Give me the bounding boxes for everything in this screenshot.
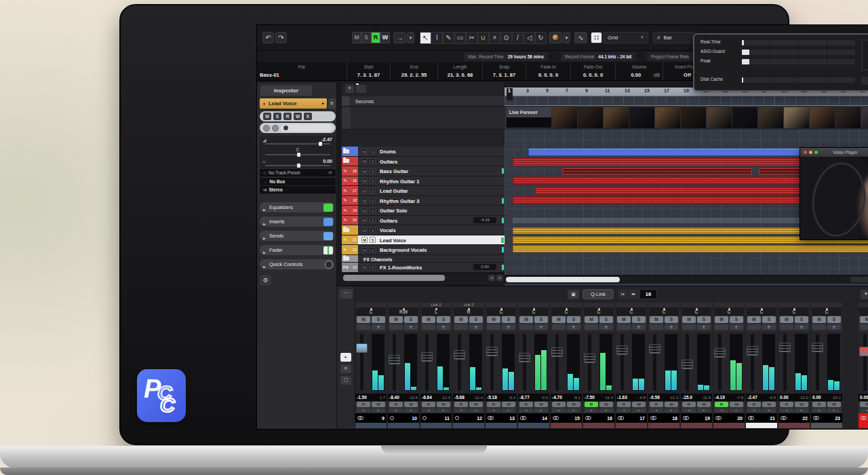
maximize-icon[interactable] (814, 151, 818, 154)
scrollbar-thumb[interactable] (506, 277, 620, 282)
mixer-channel-23[interactable]: CMSe0.00-15.1RW◂▸23 (811, 303, 842, 428)
mute-button[interactable]: M (454, 316, 468, 323)
mute-button[interactable]: M (585, 316, 598, 323)
scroll-right-icon[interactable]: ▸ (496, 275, 503, 281)
pan-control[interactable]: C (486, 307, 516, 316)
fader-handle[interactable] (859, 347, 868, 356)
inspector-settings-gear-icon[interactable]: ⚙ (260, 276, 271, 285)
read-automation-button[interactable]: R (650, 402, 663, 407)
listen-button[interactable] (585, 324, 598, 330)
glue-tool-icon[interactable]: ∪ (477, 32, 489, 44)
pan-control[interactable]: C (779, 307, 809, 316)
nudge-right-icon[interactable]: ▸ (697, 408, 711, 413)
solo-button[interactable]: S (762, 316, 776, 323)
track-row-rhythm-guitar-1[interactable]: ∿16MSRhythm Guitar 1 (342, 176, 505, 187)
mute-button[interactable]: M (715, 316, 728, 323)
mute-button[interactable]: M (361, 178, 368, 184)
write-automation-button[interactable]: W (469, 402, 483, 407)
solo-button[interactable]: S (370, 178, 376, 184)
write-automation-button[interactable]: W (567, 402, 580, 407)
solo-button[interactable]: S (370, 217, 376, 223)
nudge-right-icon[interactable]: ▸ (567, 408, 580, 413)
color-tool-icon[interactable] (549, 32, 562, 43)
read-automation-button[interactable]: R (519, 402, 533, 407)
input-bus-row[interactable]: →No Bus (260, 178, 336, 186)
autoscroll-icon[interactable]: → (393, 32, 406, 43)
nudge-left-icon[interactable]: ◂ (860, 408, 868, 413)
solo-button[interactable]: S (370, 149, 376, 155)
solo-button[interactable]: S (795, 316, 808, 323)
write-automation-button[interactable]: W (599, 402, 613, 407)
nudge-right-icon[interactable]: ▸ (599, 408, 613, 413)
mixer-channel-17[interactable]: CMSe-1.63-6.8RW◂▸17 (616, 303, 647, 428)
nudge-right-icon[interactable]: ▸ (762, 408, 776, 413)
zoom-tool-icon[interactable]: ⊙ (500, 32, 512, 44)
fader-handle[interactable] (649, 344, 660, 354)
fader-handle[interactable] (389, 355, 400, 364)
mute-button[interactable]: M (617, 316, 631, 323)
minimize-icon[interactable] (809, 151, 812, 154)
write-automation-button[interactable]: W (502, 402, 515, 407)
pan-control[interactable]: C (356, 307, 386, 316)
track-x-button[interactable]: X (304, 113, 312, 120)
mixer-channel-12[interactable]: Link 2RMSe-5.68-11.4RW◂▸12 (453, 303, 484, 428)
pan-control[interactable]: C (519, 307, 549, 316)
zoom-slider[interactable] (850, 277, 868, 282)
solo-button[interactable]: S (730, 316, 743, 323)
draw-tool-icon[interactable]: ✎ (443, 32, 454, 44)
nudge-left-icon[interactable]: ◂ (454, 408, 468, 413)
redo-icon[interactable]: ↷ (275, 32, 287, 43)
monitor-view-icon[interactable]: ▢ (340, 376, 351, 385)
object-selection-tool-icon[interactable]: ↖ (420, 32, 431, 44)
nudge-left-icon[interactable]: ◂ (650, 408, 663, 413)
pan-control[interactable]: R39 (389, 307, 418, 316)
read-automation-button[interactable]: R (585, 402, 598, 407)
fader-handle[interactable] (779, 343, 791, 352)
delay-handle[interactable] (297, 164, 300, 168)
listen-button[interactable] (487, 324, 500, 330)
track-row-background-vocals[interactable]: ∿22MSBackground Vocals (342, 245, 505, 255)
mixer-channel-19[interactable]: CMSe-15.0-11.8RW◂▸19 (681, 303, 712, 428)
inspector-section-quick-controls[interactable]: ▶Quick Controls (260, 259, 334, 269)
mixer-channel-9[interactable]: CMSe-1.501.7RW◂▸9 (355, 303, 387, 428)
mixer-channel-11[interactable]: Link 2LMSe-6.64-12.3RW◂▸11 (420, 303, 452, 428)
read-automation-button[interactable]: R (357, 402, 370, 407)
pan-control[interactable]: R (454, 307, 484, 316)
volume-handle[interactable] (319, 142, 322, 146)
solo-button[interactable]: S (370, 247, 376, 253)
yellow-audio-clip[interactable] (513, 245, 868, 252)
write-automation-button[interactable]: W (404, 402, 418, 407)
folder-visibility-button[interactable] (356, 85, 366, 93)
track-r-button[interactable]: R (283, 113, 292, 120)
solo-button[interactable]: S (827, 316, 841, 323)
solo-button[interactable]: S (370, 197, 376, 204)
fader-handle[interactable] (812, 343, 823, 352)
listen-button[interactable] (780, 324, 793, 330)
info-field-file[interactable]: FileBass-01 (257, 62, 347, 80)
mute-button[interactable]: M (552, 316, 566, 323)
pan-control[interactable]: C (649, 307, 679, 316)
global-s-button[interactable]: S (361, 32, 371, 43)
nudge-right-icon[interactable]: ▸ (502, 408, 515, 413)
nudge-left-icon[interactable]: ◂ (357, 408, 370, 413)
fader-handle[interactable] (747, 346, 758, 356)
read-automation-button[interactable]: R (747, 402, 761, 407)
read-automation-button[interactable]: R (682, 402, 696, 407)
read-automation-button[interactable]: R (715, 402, 728, 407)
add-track-button[interactable]: + (345, 85, 354, 93)
mute-button[interactable]: M (650, 316, 663, 323)
inspector-section-sends[interactable]: ▶Sends (260, 231, 334, 241)
mixer-channel-16[interactable]: CMSe-7.50-11.4RW◂▸16 (583, 303, 614, 428)
video-player-titlebar[interactable]: Video Player (800, 148, 868, 157)
edit-channel-button[interactable]: e (632, 324, 646, 330)
mute-button[interactable]: M (422, 316, 435, 323)
mute-button[interactable]: M (361, 158, 368, 164)
snap-icon[interactable]: ∷ (591, 32, 602, 43)
track-row-guitar-solo[interactable]: ∿19MSGuitar Solo (342, 206, 505, 216)
mute-button[interactable]: M (361, 197, 368, 204)
nudge-right-icon[interactable]: ▸ (795, 408, 808, 413)
write-automation-button[interactable]: W (372, 402, 385, 407)
pan-control[interactable]: C (812, 307, 842, 316)
nudge-right-icon[interactable]: ▸ (404, 408, 418, 413)
mute-button[interactable]: M (361, 264, 368, 270)
